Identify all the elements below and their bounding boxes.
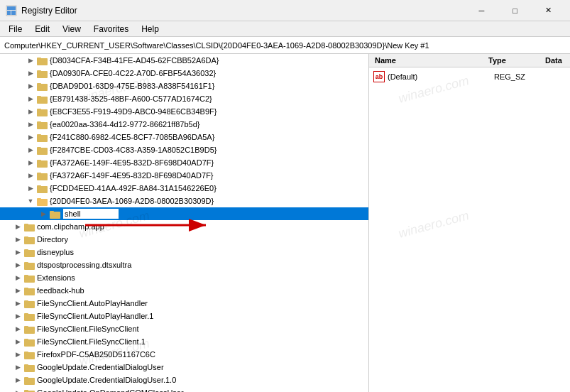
expand-button[interactable]: ▼ [26,196,35,206]
tree-item[interactable]: ▶ {D8034CFA-F34B-41FE-AD45-62FCBB52A6DA} [0,54,368,67]
close-button[interactable]: ✕ [532,4,564,18]
expand-button[interactable]: ▶ [13,222,23,232]
expand-button[interactable]: ▶ [26,55,35,65]
folder-icon [37,94,48,104]
tree-item[interactable]: ▶ {DBAD9D01-63D9-475E-B983-A838F54161F1} [0,80,368,92]
tree-item-label: com.clipchamp.app [37,222,104,231]
tree-item[interactable]: ▶ Directory [0,233,368,246]
expand-button[interactable]: ▶ [26,145,35,155]
tree-item-label: {F241C880-6982-4CE5-8CF7-7085BA96DA5A} [50,133,214,141]
col-type-header: Type [486,55,542,65]
tree-item[interactable]: ▶ com.clipchamp.app [0,220,368,233]
expand-button[interactable]: ▶ [26,94,35,104]
tree-item[interactable]: ▶ FirefoxPDF-C5AB250D51167C6C [0,348,368,361]
expand-button[interactable]: ▶ [13,337,23,347]
folder-icon [37,68,48,78]
maximize-button[interactable]: □ [499,4,531,18]
tree-panel[interactable]: winaero.com winaero.com winaero.com ▶ {D… [0,54,369,392]
tree-item-label: FirefoxPDF-C5AB250D51167C6C [37,350,155,359]
tree-item-label: feedback-hub [37,286,84,295]
expand-button[interactable]: ▶ [26,132,35,142]
svg-rect-23 [37,173,41,175]
expand-button[interactable]: ▶ [26,119,35,129]
menu-favorites[interactable]: Favorites [88,23,134,36]
tree-item[interactable]: ▶ {F241C880-6982-4CE5-8CF7-7085BA96DA5A} [0,131,368,143]
tree-item-label: {FA372A6F-149F-4E95-832D-8F698D40AD7F} [50,171,214,180]
expand-button[interactable]: ▶ [13,298,23,308]
folder-icon [37,132,48,142]
minimize-button[interactable]: ─ [466,4,498,18]
svg-rect-27 [37,198,41,200]
tree-item[interactable]: ▶ FileSyncClient.FileSyncClient [0,322,368,335]
tree-item[interactable]: ▶ {ea0020aa-3364-4d12-9772-86621ff87b5d} [0,118,368,131]
folder-icon [37,170,48,180]
expand-button[interactable]: ▶ [26,107,35,116]
registry-value-type: REG_SZ [494,72,551,81]
svg-rect-37 [24,262,28,264]
tree-item[interactable]: ▶ feedback-hub [0,284,368,297]
tree-item-label: GoogleUpdate.CredentialDialogUser [37,363,164,371]
menu-help[interactable]: Help [136,23,165,36]
tree-item[interactable]: ▶ {E8CF3E55-F919-49D9-ABC0-948E6CB34B9F} [0,105,368,118]
tree-item[interactable]: ▶ FileSyncClient.FileSyncClient.1 [0,335,368,348]
expand-button[interactable]: ▶ [26,170,35,180]
expand-button[interactable]: ▶ [13,349,23,359]
tree-item[interactable]: ▼ {20D04FE0-3AEA-1069-A2D8-08002B30309D} [0,195,368,207]
svg-rect-2 [7,11,11,15]
svg-rect-21 [37,160,41,162]
svg-rect-41 [24,288,28,290]
tree-item-label: {DA0930FA-CFE0-4C22-A70D-6FBF54A36032} [50,69,216,77]
tree-item[interactable]: ▶ {DA0930FA-CFE0-4C22-A70D-6FBF54A36032} [0,67,368,80]
tree-item[interactable]: ▶ FileSyncClient.AutoPlayHandler.1 [0,310,368,322]
folder-icon [37,145,48,155]
expand-button[interactable]: ▶ [26,158,35,168]
folder-open-icon [37,196,48,206]
window-title: Registry Editor [21,6,461,16]
tree-item[interactable]: ▶ GoogleUpdate.CredentialDialogUser.1.0 [0,374,368,386]
tree-item[interactable]: ▶ disneyplus [0,246,368,258]
tree-item[interactable]: ▶ {FCDD4EED-41AA-492F-8A84-31A1546226E0} [0,182,368,195]
svg-rect-51 [24,352,28,354]
svg-rect-29 [50,211,54,213]
expand-button[interactable]: ▶ [26,183,35,193]
tree-item[interactable]: ▶ GoogleUpdate.CredentialDialogUser [0,361,368,374]
tree-item-label: FileSyncClient.AutoPlayHandler [37,299,148,307]
expand-button[interactable]: ▶ [13,285,23,295]
tree-item[interactable]: ▶ Extensions [0,271,368,284]
registry-value-row[interactable]: ab(Default)REG_SZ [371,70,569,83]
expand-button[interactable]: ▶ [38,209,48,219]
expand-button[interactable]: ▶ [13,273,23,283]
tree-item-label: {FCDD4EED-41AA-492F-8A84-31A1546226E0} [50,184,217,192]
tree-item[interactable]: ▶ GoogleUpdate.OnDemandCOMClassUser [0,386,368,392]
rename-input[interactable] [62,208,119,219]
menu-edit[interactable]: Edit [29,23,55,36]
tree-item[interactable]: ▶ {FA372A6E-149F-4E95-832D-8F698D40AD7F} [0,156,368,169]
tree-item-label: FileSyncClient.FileSyncClient [37,325,139,333]
col-data-header: Data [542,55,567,65]
expand-button[interactable]: ▶ [26,68,35,78]
tree-item[interactable]: ▶ {F2847CBE-CD03-4C83-A359-1A8052C1B9D5} [0,143,368,156]
col-name-header: Name [372,55,486,65]
expand-button[interactable]: ▶ [13,260,23,270]
tree-item[interactable]: ▶ {FA372A6F-149F-4E95-832D-8F698D40AD7F} [0,169,368,182]
expand-button[interactable]: ▶ [26,81,35,91]
tree-item[interactable]: ▶ dtspostprocessing.dtsxultra [0,258,368,271]
tree-item-label: {D8034CFA-F34B-41FE-AD45-62FCBB52A6DA} [50,56,219,65]
menu-view[interactable]: View [57,23,87,36]
tree-item[interactable]: ▶ FileSyncClient.AutoPlayHandler [0,297,368,310]
svg-rect-43 [24,300,28,303]
tree-item-label: Directory [37,235,68,244]
expand-button[interactable]: ▶ [13,375,23,385]
tree-item[interactable]: ▶ [0,207,368,220]
folder-icon [24,260,35,270]
expand-button[interactable]: ▶ [13,388,23,392]
watermark-4: winaero.com [397,208,471,241]
menu-file[interactable]: File [3,23,28,36]
expand-button[interactable]: ▶ [13,362,23,372]
expand-button[interactable]: ▶ [13,324,23,334]
tree-item[interactable]: ▶ {E8791438-3525-48BF-A600-C577AD1674C2} [0,92,368,105]
expand-button[interactable]: ▶ [13,234,23,244]
expand-button[interactable]: ▶ [13,247,23,257]
menu-bar: File Edit View Favorites Help [0,21,570,37]
expand-button[interactable]: ▶ [13,311,23,321]
